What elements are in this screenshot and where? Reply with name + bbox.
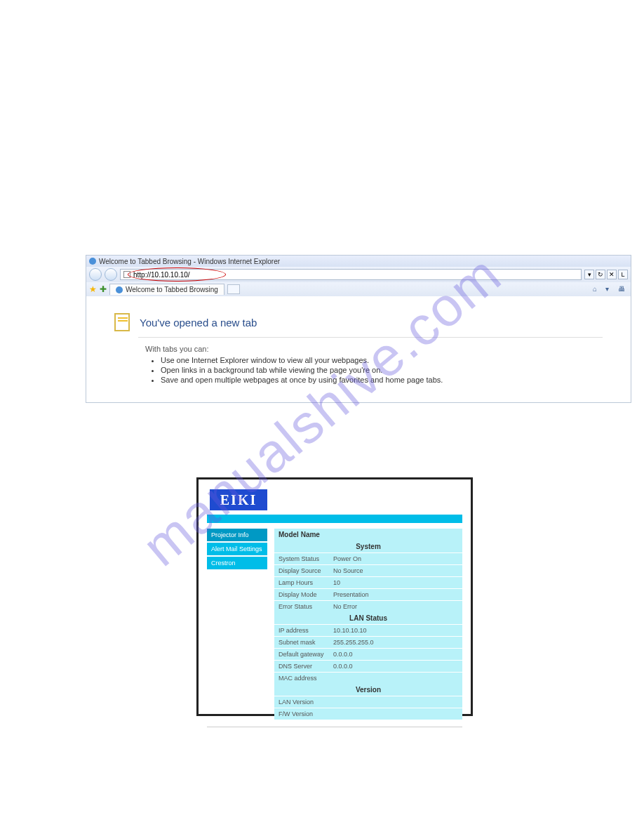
sidebar-item-crestron[interactable]: Crestron [207, 557, 267, 569]
info-table: Model Name System System StatusPower On … [274, 529, 462, 720]
row-label: MAC address [274, 673, 329, 684]
ie-icon [89, 258, 96, 265]
toolbar-right: ⌂ ▾ 🖶 [593, 285, 628, 293]
chevron-down-icon[interactable]: ▾ [605, 285, 615, 293]
row-label: Error Status [274, 601, 329, 613]
search-hint: L [618, 270, 628, 279]
row-value: No Error [329, 601, 462, 613]
section-lan: LAN Status [274, 612, 462, 625]
back-button[interactable] [89, 268, 102, 281]
row-value: 0.0.0.0 [329, 649, 462, 661]
tab-bar: ★ ✚ Welcome to Tabbed Browsing ⌂ ▾ 🖶 [86, 282, 631, 296]
list-item: Save and open multiple webpages at once … [161, 376, 603, 384]
url-text: http://10.10.10.10/ [133, 271, 578, 279]
sidebar-item-alert-mail[interactable]: Alert Mail Settings [207, 543, 267, 555]
row-value: 10 [329, 577, 462, 589]
row-label: Default gateway [274, 649, 329, 661]
panel-body: Projector Info Alert Mail Settings Crest… [199, 529, 471, 720]
row-value: 255.255.255.0 [329, 637, 462, 649]
eiki-logo: EIKI [210, 489, 267, 510]
browser-tab[interactable]: Welcome to Tabbed Browsing [109, 284, 224, 295]
dropdown-icon[interactable]: ▾ [584, 270, 594, 279]
model-name-header: Model Name [274, 529, 462, 541]
browser-window: Welcome to Tabbed Browsing - Windows Int… [86, 255, 631, 403]
row-label: Subnet mask [274, 637, 329, 649]
row-value: Power On [329, 553, 462, 565]
row-label: LAN Version [274, 696, 329, 708]
row-label: F/W Version [274, 708, 329, 720]
stop-icon[interactable]: ✕ [607, 270, 617, 279]
row-value: Presentation [329, 589, 462, 601]
row-value [329, 708, 462, 720]
list-item: Use one Internet Explorer window to view… [161, 356, 603, 364]
tab-label: Welcome to Tabbed Browsing [126, 286, 218, 293]
favorites-icon[interactable]: ★ [89, 284, 97, 294]
row-value: 10.10.10.10 [329, 625, 462, 637]
footer-divider [207, 727, 462, 727]
row-label: DNS Server [274, 661, 329, 673]
address-bar: http://10.10.10.10/ ▾ ↻ ✕ L [86, 267, 631, 282]
row-label: IP address [274, 625, 329, 637]
sidebar-item-projector-info[interactable]: Projector Info [207, 529, 267, 541]
tab-ie-icon [116, 286, 123, 293]
browser-content: You've opened a new tab With tabs you ca… [86, 296, 631, 402]
new-tab-button[interactable] [227, 284, 240, 294]
row-label: System Status [274, 553, 329, 565]
window-titlebar: Welcome to Tabbed Browsing - Windows Int… [86, 256, 631, 267]
row-label: Display Source [274, 565, 329, 577]
header-bar [207, 515, 462, 523]
row-value: 0.0.0.0 [329, 661, 462, 673]
row-label: Lamp Hours [274, 577, 329, 589]
print-icon[interactable]: 🖶 [618, 285, 628, 293]
forward-button[interactable] [105, 268, 117, 281]
sidebar: Projector Info Alert Mail Settings Crest… [207, 529, 267, 720]
home-icon[interactable]: ⌂ [593, 285, 603, 293]
new-tab-icon [114, 313, 130, 331]
list-item: Open links in a background tab while vie… [161, 366, 603, 374]
section-system: System [274, 541, 462, 553]
url-input[interactable]: http://10.10.10.10/ [120, 269, 582, 280]
row-value [329, 696, 462, 708]
address-toolbar: ▾ ↻ ✕ L [584, 270, 628, 279]
section-version: Version [274, 684, 462, 696]
divider [138, 337, 603, 338]
projector-panel: EIKI Projector Info Alert Mail Settings … [196, 477, 473, 716]
row-label: Display Mode [274, 589, 329, 601]
add-favorite-icon[interactable]: ✚ [100, 284, 107, 294]
feature-list: Use one Internet Explorer window to view… [161, 356, 603, 384]
page-icon [123, 271, 130, 278]
window-title: Welcome to Tabbed Browsing - Windows Int… [99, 258, 280, 265]
row-value: No Source [329, 565, 462, 577]
refresh-icon[interactable]: ↻ [596, 270, 605, 279]
row-value [329, 673, 462, 684]
page-heading: You've opened a new tab [140, 317, 257, 329]
intro-text: With tabs you can: [145, 345, 603, 353]
